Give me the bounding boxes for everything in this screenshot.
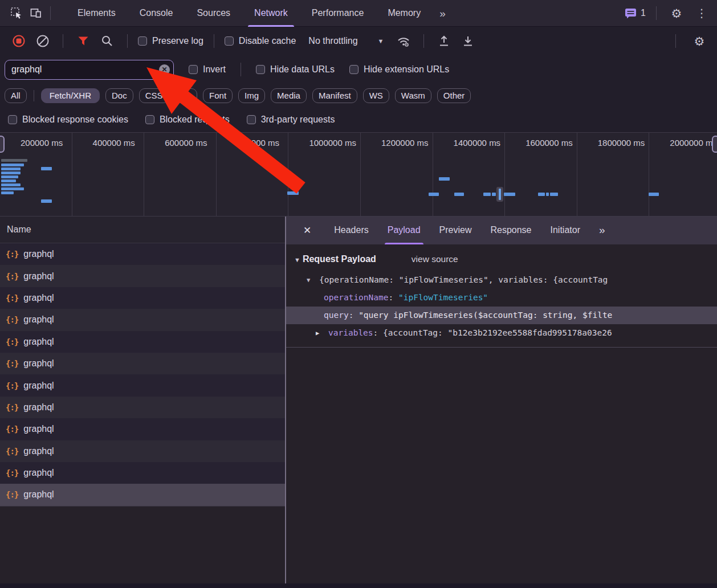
checkbox[interactable]	[256, 65, 265, 74]
request-payload-section[interactable]: ▼ Request Payload view source	[286, 244, 717, 271]
checkbox[interactable]	[189, 65, 198, 74]
import-har-icon[interactable]	[434, 32, 454, 50]
request-row[interactable]: {:} graphql	[0, 353, 285, 374]
fetch-json-icon: {:}	[6, 490, 18, 499]
request-row[interactable]: {:} graphql	[0, 265, 285, 287]
export-har-icon[interactable]	[458, 32, 478, 50]
hide-data-urls-checkbox[interactable]: Hide data URLs	[256, 64, 335, 75]
request-type-chip[interactable]: Doc	[105, 88, 133, 103]
main-tab[interactable]: Sources	[185, 0, 242, 27]
advanced-filter-checkbox[interactable]: Blocked response cookies	[8, 115, 128, 125]
inspect-element-icon[interactable]	[7, 4, 26, 22]
network-conditions-icon[interactable]	[394, 32, 413, 50]
chip-list: Fetch/XHRDocCSSJSFontImgMediaManifestWSW…	[41, 88, 471, 103]
payload-operation-row[interactable]: operationName: "ipFlowTimeseries"	[286, 289, 717, 307]
request-bar	[454, 193, 464, 196]
request-type-chip[interactable]: Other	[437, 88, 471, 103]
request-row[interactable]: {:} graphql	[0, 397, 285, 418]
network-settings-gear-icon[interactable]: ⚙	[690, 32, 709, 50]
checkbox[interactable]	[138, 36, 147, 46]
request-bar	[504, 193, 515, 196]
request-row[interactable]: {:} graphql	[0, 331, 285, 353]
expand-arrow-icon[interactable]: ▼	[307, 271, 310, 289]
network-overview-timeline[interactable]: 200000 ms400000 ms600000 ms800000 ms1000…	[0, 132, 717, 217]
invert-checkbox[interactable]: Invert	[189, 64, 226, 75]
preserve-log-checkbox[interactable]: Preserve log	[138, 36, 203, 46]
request-type-chip[interactable]: WS	[363, 88, 389, 103]
main-tab[interactable]: Memory	[376, 0, 433, 27]
request-bar	[546, 193, 549, 196]
more-panels-icon[interactable]: »	[433, 1, 453, 26]
request-type-chip[interactable]: Wasm	[395, 88, 431, 103]
request-type-chip[interactable]: Font	[203, 88, 233, 103]
device-toolbar-icon[interactable]	[26, 4, 46, 22]
details-tab[interactable]: Headers	[331, 217, 371, 244]
request-row[interactable]: {:} graphql	[0, 287, 285, 309]
disable-cache-checkbox[interactable]: Disable cache	[225, 36, 296, 46]
settings-gear-icon[interactable]: ⚙	[667, 4, 686, 22]
timeline-column: 1800000 ms	[577, 133, 650, 216]
timeline-scroll-handle-left[interactable]	[0, 136, 5, 153]
filter-funnel-icon[interactable]	[74, 32, 93, 50]
throttling-dropdown[interactable]: No throttling ▼	[308, 36, 384, 46]
search-icon[interactable]	[97, 32, 117, 50]
checkbox[interactable]	[247, 115, 256, 124]
checkbox[interactable]	[349, 65, 358, 74]
request-row[interactable]: {:} graphql	[0, 462, 285, 484]
details-tab[interactable]: Payload	[385, 217, 423, 244]
request-row[interactable]: {:} graphql	[0, 440, 285, 462]
kebab-menu-icon[interactable]: ⋮	[692, 4, 711, 22]
collapse-arrow-icon[interactable]: ▼	[294, 256, 300, 263]
issues-button[interactable]: 1	[625, 8, 646, 19]
request-row[interactable]: {:} graphql	[0, 374, 285, 396]
payload-query-row[interactable]: query: "query ipFlowTimeseries($accountT…	[286, 307, 717, 324]
request-row[interactable]: {:} graphql	[0, 484, 285, 505]
checkbox[interactable]	[8, 115, 17, 124]
hide-extension-urls-checkbox[interactable]: Hide extension URLs	[349, 64, 449, 75]
timeline-scroll-handle-right[interactable]	[712, 136, 717, 153]
main-tab[interactable]: Performance	[300, 0, 376, 27]
request-type-chip[interactable]: CSS	[139, 88, 169, 103]
payload-variables-row[interactable]: ▶ variables: {accountTag: "b12e3b2192ee5…	[286, 324, 717, 342]
fetch-json-icon: {:}	[6, 424, 18, 434]
request-type-chip[interactable]: JS	[175, 88, 198, 103]
details-tabs: HeadersPayloadPreviewResponseInitiator	[318, 217, 583, 244]
request-type-chip[interactable]: Fetch/XHR	[41, 88, 100, 103]
checkbox[interactable]	[145, 115, 154, 124]
clear-filter-icon[interactable]: ✕	[159, 64, 170, 75]
request-type-chip[interactable]: Img	[238, 88, 265, 103]
filter-row: ✕ Invert Hide data URLs Hide extension U…	[0, 55, 717, 84]
details-tab[interactable]: Preview	[437, 217, 475, 244]
expand-arrow-icon[interactable]: ▶	[316, 324, 319, 342]
chip-all[interactable]: All	[5, 88, 27, 103]
clear-network-log-icon[interactable]	[33, 32, 52, 50]
request-type-chip[interactable]: Manifest	[312, 88, 357, 103]
details-tab[interactable]: Response	[487, 217, 534, 244]
checkbox[interactable]	[225, 36, 234, 46]
view-source-link[interactable]: view source	[412, 254, 458, 264]
record-network-log-button[interactable]	[9, 32, 28, 50]
request-bar	[492, 193, 496, 196]
main-tab[interactable]: Elements	[66, 0, 128, 27]
name-column-header[interactable]: Name	[0, 217, 285, 243]
advanced-filter-checkbox[interactable]: 3rd-party requests	[247, 115, 335, 125]
details-tab[interactable]: Initiator	[548, 217, 583, 244]
advanced-filter-checkbox[interactable]: Blocked requests	[145, 115, 230, 125]
panel-resize-divider[interactable]	[285, 217, 286, 588]
main-tab[interactable]: Console	[128, 0, 185, 27]
request-bar	[287, 191, 299, 195]
more-details-tabs-icon[interactable]: »	[596, 217, 608, 244]
fetch-json-icon: {:}	[6, 272, 18, 281]
main-tab[interactable]: Network	[242, 0, 300, 27]
request-row[interactable]: {:} graphql	[0, 418, 285, 440]
request-bar	[1, 183, 21, 186]
fetch-json-icon: {:}	[6, 403, 18, 412]
request-type-chip[interactable]: Media	[271, 88, 307, 103]
payload-root-row[interactable]: ▼ {operationName: "ipFlowTimeseries", va…	[286, 271, 717, 289]
filter-input[interactable]	[5, 60, 174, 80]
close-details-icon[interactable]: ✕	[296, 224, 318, 236]
request-row[interactable]: {:} graphql	[0, 243, 285, 265]
separator	[656, 6, 657, 20]
request-row[interactable]: {:} graphql	[0, 309, 285, 330]
request-bar	[41, 199, 52, 203]
